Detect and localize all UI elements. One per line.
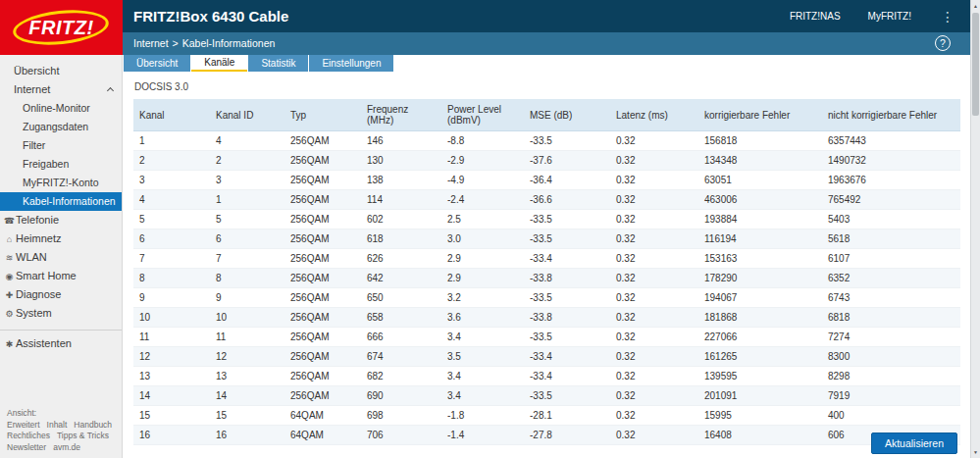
sidebar-item-assistenten[interactable]: ✱Assistenten: [0, 334, 122, 353]
table-cell: 178290: [698, 269, 822, 288]
table-cell: 3.6: [441, 308, 524, 328]
tab-statistik[interactable]: Statistik: [248, 55, 308, 72]
table-cell: 161265: [698, 347, 822, 367]
tab-kanaele[interactable]: Kanäle: [191, 55, 247, 72]
table-cell: 130: [361, 151, 441, 171]
column-header: Kanal: [133, 99, 210, 131]
table-cell: -33.5: [524, 131, 610, 151]
table-cell: 3.2: [441, 288, 524, 308]
sidebar-item-uebersicht[interactable]: Übersicht: [0, 62, 122, 80]
footer-link[interactable]: Rechtliches: [7, 431, 50, 440]
refresh-button[interactable]: Aktualisieren: [871, 433, 957, 454]
table-row: 88256QAM6422.9-33.80.321782906352: [133, 269, 960, 288]
footer-link[interactable]: Inhalt: [47, 420, 68, 430]
table-cell: 11: [133, 328, 210, 347]
sidebar-item-label: Zugangsdaten: [23, 121, 88, 132]
sidebar-item-internet[interactable]: Internet: [0, 80, 122, 99]
footer-link[interactable]: Newsletter: [7, 442, 46, 452]
table-cell: 5: [210, 210, 284, 229]
table-cell: 4: [210, 131, 284, 151]
sidebar-item-system[interactable]: ⚙System: [0, 304, 122, 323]
footer-link[interactable]: Handbuch: [74, 420, 112, 430]
table-cell: 0.32: [610, 269, 698, 288]
table-cell: 4: [133, 190, 210, 210]
table-cell: -33.4: [524, 347, 610, 367]
tab-einstellungen[interactable]: Einstellungen: [309, 55, 393, 72]
table-cell: 8: [210, 269, 284, 288]
footer-link[interactable]: Ansicht: Erweitert: [7, 408, 40, 430]
table-cell: 3.4: [441, 328, 524, 347]
table-cell: 7274: [822, 328, 960, 347]
sidebar-item-heimnetz[interactable]: ⌂Heimnetz: [0, 229, 122, 248]
table-cell: 134348: [698, 151, 822, 171]
footer-link[interactable]: Tipps & Tricks: [57, 431, 109, 440]
table-cell: 201091: [698, 386, 822, 406]
scrollbar[interactable]: ▲ ▼: [970, 0, 980, 458]
footer-link[interactable]: avm.de: [53, 442, 80, 452]
sidebar-item-zugangsdaten[interactable]: Zugangsdaten: [0, 118, 122, 136]
table-cell: -33.5: [524, 288, 610, 308]
table-cell: 6818: [822, 308, 960, 328]
table-cell: 227066: [698, 328, 822, 347]
column-header: Latenz (ms): [610, 99, 698, 131]
table-cell: -33.8: [524, 308, 610, 328]
table-row: 77256QAM6262.9-33.40.321531636107: [133, 249, 960, 269]
main-content: ÜbersichtKanäleStatistikEinstellungen DO…: [124, 55, 970, 458]
scroll-up-icon[interactable]: ▲: [971, 0, 980, 12]
sidebar-item-telefonie[interactable]: ☎Telefonie: [0, 211, 122, 229]
table-cell: -1.4: [441, 426, 524, 445]
sidebar-item-smart-home[interactable]: ◉Smart Home: [0, 267, 122, 285]
fritznas-link[interactable]: FRITZ!NAS: [790, 11, 841, 22]
sidebar-item-freigaben[interactable]: Freigaben: [0, 155, 122, 174]
table-cell: 256QAM: [284, 229, 361, 249]
table-cell: -36.6: [524, 190, 610, 210]
sidebar-item-diagnose[interactable]: ✚Diagnose: [0, 285, 122, 304]
breadcrumb-section[interactable]: Internet: [133, 37, 169, 49]
table-cell: 6743: [822, 288, 960, 308]
table-row: 1010256QAM6583.6-33.80.321818686818: [133, 308, 960, 328]
table-cell: 9: [133, 288, 210, 308]
scrollbar-thumb[interactable]: [972, 13, 979, 116]
table-cell: 2.9: [441, 269, 524, 288]
help-button[interactable]: ?: [935, 35, 951, 51]
sidebar-item-myfritz-konto[interactable]: MyFRITZ!-Konto: [0, 174, 122, 192]
table-cell: 1: [210, 190, 284, 210]
sidebar-item-label: System: [16, 307, 52, 319]
table-row: 22256QAM130-2.9-37.60.321343481490732: [133, 151, 960, 171]
phone-icon: ☎: [3, 212, 16, 229]
sidebar-item-kabel-informationen[interactable]: Kabel-Informationen: [0, 192, 122, 211]
table-cell: 181868: [698, 308, 822, 328]
sidebar-item-online-monitor[interactable]: Online-Monitor: [0, 99, 122, 118]
table-row: 66256QAM6183.0-33.50.321161945618: [133, 229, 960, 249]
table-cell: 0.32: [610, 386, 698, 406]
sidebar-item-label: MyFRITZ!-Konto: [23, 177, 99, 188]
table-cell: 6352: [822, 269, 960, 288]
table-cell: 9: [210, 288, 284, 308]
table-cell: 256QAM: [284, 328, 361, 347]
sidebar-item-label: Filter: [23, 139, 45, 151]
table-cell: 256QAM: [284, 367, 361, 386]
table-cell: -33.5: [524, 386, 610, 406]
sidebar-item-filter[interactable]: Filter: [0, 136, 122, 155]
sidebar-nav: ÜbersichtInternetOnline-MonitorZugangsda…: [0, 55, 122, 353]
table-cell: 2: [210, 151, 284, 171]
table-cell: -8.8: [441, 131, 524, 151]
table-cell: 0.32: [610, 328, 698, 347]
kebab-menu-icon[interactable]: ⋮: [941, 9, 954, 25]
table-row: 1212256QAM6743.5-33.40.321612658300: [133, 347, 960, 367]
tab-uebersicht[interactable]: Übersicht: [124, 55, 190, 72]
table-cell: 14: [210, 386, 284, 406]
table-cell: 156818: [698, 131, 822, 151]
table-cell: 0.32: [610, 229, 698, 249]
table-cell: 116194: [698, 229, 822, 249]
scroll-down-icon[interactable]: ▼: [971, 446, 980, 458]
myfritz-link[interactable]: MyFRITZ!: [868, 11, 911, 22]
table-row: 41256QAM114-2.4-36.60.32463006765492: [133, 190, 960, 210]
table-cell: 12: [210, 347, 284, 367]
sidebar-item-label: Kabel-Informationen: [23, 195, 116, 207]
sidebar: ÜbersichtInternetOnline-MonitorZugangsda…: [0, 55, 123, 458]
table-cell: 690: [361, 386, 441, 406]
table-cell: 7919: [822, 386, 960, 406]
header-bar: FRITZ!Box 6430 Cable FRITZ!NAS MyFRITZ! …: [123, 0, 970, 32]
sidebar-item-wlan[interactable]: ≋WLAN: [0, 248, 122, 267]
